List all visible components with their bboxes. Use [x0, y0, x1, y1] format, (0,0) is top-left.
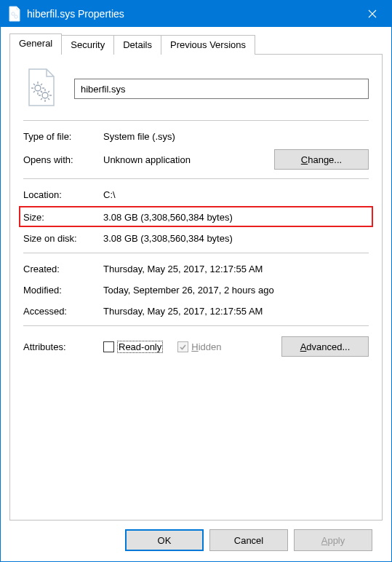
general-panel: Type of file: System file (.sys) Opens w… [9, 55, 383, 521]
separator [23, 325, 369, 326]
size-row: Size: 3.08 GB (3,308,560,384 bytes) [23, 212, 369, 223]
close-button[interactable] [358, 1, 387, 27]
location-label: Location: [23, 189, 103, 200]
separator [23, 253, 369, 253]
accessed-value: Thursday, May 25, 2017, 12:17:55 AM [103, 306, 369, 317]
size-highlight: Size: 3.08 GB (3,308,560,384 bytes) [19, 206, 373, 227]
readonly-label: Read-only [117, 341, 163, 352]
separator [23, 178, 369, 179]
accessed-label: Accessed: [23, 306, 103, 317]
filename-input[interactable] [74, 79, 369, 99]
modified-value: Today, September 26, 2017, 2 hours ago [103, 285, 369, 296]
accessed-row: Accessed: Thursday, May 25, 2017, 12:17:… [23, 306, 369, 317]
opens-with-row: Opens with: Unknown application Change..… [23, 149, 369, 170]
window-title: hiberfil.sys Properties [27, 8, 358, 20]
apply-button[interactable]: Apply [294, 529, 372, 551]
size-label: Size: [23, 212, 103, 223]
file-icon-large [26, 68, 61, 110]
hidden-checkbox [177, 341, 188, 352]
content-area: General Security Details Previous Versio… [1, 27, 391, 561]
file-icon-small [8, 6, 21, 22]
created-row: Created: Thursday, May 25, 2017, 12:17:5… [23, 264, 369, 274]
attributes-row: Attributes: Read-only Hidden Advanced... [23, 336, 369, 357]
size-value: 3.08 GB (3,308,560,384 bytes) [103, 212, 369, 223]
filename-row [23, 68, 369, 110]
separator [23, 120, 369, 121]
opens-with-label: Opens with: [23, 154, 103, 165]
modified-row: Modified: Today, September 26, 2017, 2 h… [23, 285, 369, 296]
attributes-label: Attributes: [23, 341, 103, 352]
location-row: Location: C:\ [23, 189, 369, 200]
tab-general[interactable]: General [9, 33, 62, 55]
type-of-file-value: System file (.sys) [103, 131, 369, 142]
tab-strip: General Security Details Previous Versio… [9, 34, 383, 55]
tab-security[interactable]: Security [61, 35, 114, 55]
cancel-button[interactable]: Cancel [209, 529, 288, 551]
change-button[interactable]: Change... [274, 149, 369, 170]
size-on-disk-value: 3.08 GB (3,308,560,384 bytes) [103, 233, 369, 244]
titlebar[interactable]: hiberfil.sys Properties [1, 1, 391, 27]
advanced-button[interactable]: Advanced... [281, 336, 369, 357]
tab-details[interactable]: Details [113, 35, 161, 55]
created-value: Thursday, May 25, 2017, 12:17:55 AM [103, 264, 369, 274]
advanced-button-text: dvanced... [306, 341, 350, 352]
size-on-disk-label: Size on disk: [23, 233, 103, 244]
size-on-disk-row: Size on disk: 3.08 GB (3,308,560,384 byt… [23, 233, 369, 244]
location-value: C:\ [103, 189, 369, 200]
opens-with-value: Unknown application [103, 154, 274, 165]
readonly-checkbox[interactable] [103, 341, 114, 352]
created-label: Created: [23, 264, 103, 274]
ok-button[interactable]: OK [125, 529, 204, 551]
hidden-label: Hidden [191, 341, 221, 352]
tab-previous-versions[interactable]: Previous Versions [161, 35, 255, 55]
properties-window: hiberfil.sys Properties General Security… [0, 0, 392, 562]
modified-label: Modified: [23, 285, 103, 296]
type-of-file-label: Type of file: [23, 131, 103, 142]
dialog-footer: OK Cancel Apply [9, 521, 383, 561]
type-of-file-row: Type of file: System file (.sys) [23, 131, 369, 142]
